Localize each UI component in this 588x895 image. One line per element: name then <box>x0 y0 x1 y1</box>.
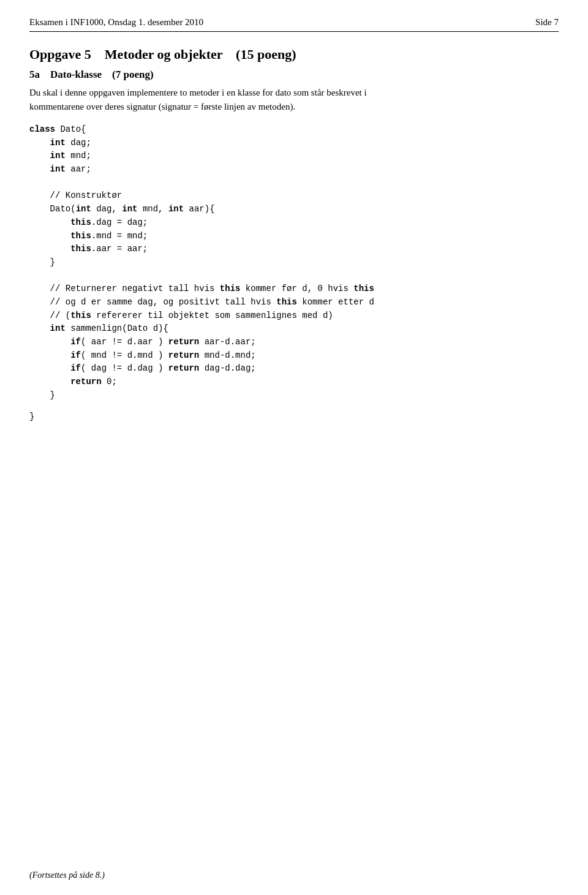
if-dag: if( dag != d.dag ) return dag-d.dag; <box>70 363 255 373</box>
page-header: Eksamen i INF1000, Onsdag 1. desember 20… <box>29 17 559 32</box>
comment-line3: // (this refererer til objektet som samm… <box>50 311 333 320</box>
intro-text: Du skal i denne oppgaven implementere to… <box>29 86 559 113</box>
int-keyword-mnd: int <box>50 151 66 160</box>
section-title: Oppgave 5 Metoder og objekter (15 poeng) <box>29 47 559 62</box>
if-aar: if( aar != d.aar ) return aar-d.aar; <box>70 337 255 347</box>
close-constructor: } <box>50 257 55 267</box>
int-method-keyword: int <box>50 323 66 333</box>
int-keyword-aar: int <box>50 164 66 174</box>
subsection-title: 5a Dato-klasse (7 poeng) <box>29 69 559 81</box>
field-mnd: mnd; <box>70 151 91 160</box>
page-footer: (Fortsettes på side 8.) <box>29 870 559 880</box>
return-zero: return 0; <box>70 377 117 387</box>
code-block: class Dato{ int dag; int mnd; int aar; /… <box>29 123 559 402</box>
close-method: } <box>50 390 55 400</box>
page-number: Side 7 <box>535 17 559 28</box>
continues-text: (Fortsettes på side 8.) <box>29 870 105 880</box>
comment-line1: // Returnerer negativt tall hvis this ko… <box>50 284 374 293</box>
closing-brace: } <box>29 412 559 421</box>
exam-info: Eksamen i INF1000, Onsdag 1. desember 20… <box>29 17 203 28</box>
method-sig: sammenlign(Dato d){ <box>70 323 168 333</box>
this-aar: this.aar = aar; <box>70 244 148 254</box>
int-keyword-dag: int <box>50 138 66 148</box>
class-keyword: class <box>29 124 55 134</box>
field-dag: dag; <box>70 138 91 148</box>
if-mnd: if( mnd != d.mnd ) return mnd-d.mnd; <box>70 350 255 360</box>
page-container: Eksamen i INF1000, Onsdag 1. desember 20… <box>0 0 588 446</box>
field-aar: aar; <box>70 164 91 174</box>
this-dag: this.dag = dag; <box>70 217 148 227</box>
constructor-comment: // Konstruktør <box>50 191 123 200</box>
comment-line2: // og d er samme dag, og positivt tall h… <box>50 297 374 307</box>
this-mnd: this.mnd = mnd; <box>70 231 148 241</box>
